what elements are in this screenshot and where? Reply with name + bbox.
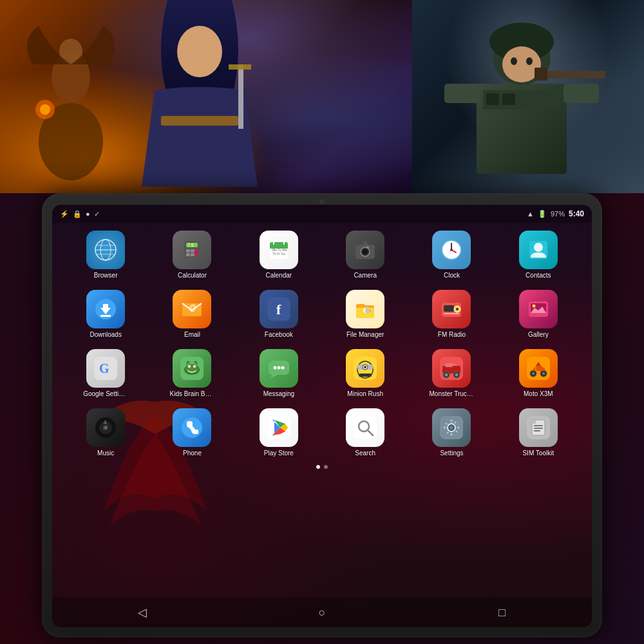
svg-rect-33 — [186, 253, 190, 256]
tablet-camera — [319, 199, 325, 204]
app-item-calendar[interactable]: Mo Tu WeTh Fr SaCalendar — [238, 228, 319, 282]
battery-icon: 🔋 — [538, 210, 547, 218]
app-item-simtoolkit[interactable]: SIM Toolkit — [498, 406, 579, 460]
battery-percent: 97% — [551, 210, 565, 218]
tablet-device: ⚡ 🔒 ● ✓ ▲ 🔋 97% 5:40 Browser7 8Calculato… — [42, 193, 602, 638]
app-label-contacts: Contacts — [526, 272, 551, 279]
svg-rect-34 — [191, 253, 194, 256]
app-item-calculator[interactable]: 7 8Calculator — [151, 228, 232, 282]
usb-icon: ⚡ — [60, 210, 69, 218]
svg-point-81 — [277, 366, 280, 370]
svg-point-4 — [40, 104, 50, 115]
svg-rect-7 — [238, 64, 243, 129]
svg-point-14 — [526, 57, 533, 65]
app-item-fmradio[interactable]: FM Radio — [411, 287, 492, 341]
svg-point-67 — [456, 308, 459, 310]
app-item-browser[interactable]: Browser — [65, 228, 146, 282]
app-icon-clock — [432, 231, 471, 269]
app-item-downloads[interactable]: Downloads — [65, 287, 146, 341]
app-icon-contacts — [519, 231, 558, 269]
app-item-clock[interactable]: Clock — [411, 228, 492, 282]
svg-rect-15 — [541, 71, 605, 79]
app-label-playstore: Play Store — [264, 450, 294, 457]
app-label-phone: Phone — [183, 450, 202, 457]
svg-rect-125 — [534, 430, 540, 431]
svg-text:7 8: 7 8 — [187, 243, 194, 247]
app-item-monstertrucks[interactable]: Monster Trucks Kids.. — [411, 346, 492, 401]
top-images-section — [0, 0, 644, 193]
app-icon-kidsbrainbuddy — [173, 349, 211, 388]
svg-point-99 — [532, 372, 535, 375]
recent-button[interactable]: □ — [492, 603, 511, 622]
app-item-gallery[interactable]: Gallery — [498, 287, 579, 341]
app-icon-googlesettings: G — [86, 349, 125, 388]
app-icon-gallery — [519, 290, 558, 328]
tablet-outer-frame: ⚡ 🔒 ● ✓ ▲ 🔋 97% 5:40 Browser7 8Calculato… — [42, 193, 602, 638]
svg-rect-124 — [534, 428, 543, 429]
back-button[interactable]: ◁ — [133, 603, 152, 622]
app-item-music[interactable]: ♫Music — [65, 406, 146, 460]
app-icon-calculator: 7 8 — [173, 231, 211, 269]
status-bar: ⚡ 🔒 ● ✓ ▲ 🔋 97% 5:40 — [52, 205, 592, 223]
svg-rect-95 — [445, 363, 453, 367]
app-icon-browser — [86, 231, 125, 269]
svg-point-71 — [532, 305, 535, 308]
app-label-kidsbrainbuddy: Kids Brain Buddy — [169, 390, 214, 398]
tablet-screen: ⚡ 🔒 ● ✓ ▲ 🔋 97% 5:40 Browser7 8Calculato… — [52, 205, 592, 627]
app-label-minionrush: Minion Rush — [347, 390, 383, 398]
status-icons-left: ⚡ 🔒 ● ✓ — [60, 210, 100, 218]
home-button[interactable]: ○ — [312, 603, 332, 622]
svg-point-78 — [193, 365, 196, 368]
app-item-email[interactable]: @Email — [151, 287, 232, 341]
svg-rect-68 — [444, 313, 459, 314]
svg-point-80 — [273, 366, 276, 370]
app-icon-monstertrucks — [432, 349, 471, 388]
svg-point-94 — [455, 374, 459, 377]
notification-icon: ✓ — [94, 210, 100, 218]
app-item-motox3m[interactable]: Moto X3M — [498, 346, 579, 401]
app-item-minionrush[interactable]: Minion Rush — [325, 346, 406, 401]
wifi-icon: ▲ — [527, 210, 534, 218]
app-item-messaging[interactable]: Messaging — [238, 346, 319, 401]
svg-point-46 — [363, 250, 367, 254]
app-label-facebook: Facebook — [265, 331, 293, 339]
app-label-clock: Clock — [444, 272, 460, 279]
svg-text:♫: ♫ — [103, 419, 107, 425]
svg-point-101 — [542, 372, 545, 375]
svg-text:f: f — [276, 301, 281, 317]
navigation-bar: ◁ ○ □ — [52, 598, 592, 627]
page-dot-2 — [324, 465, 328, 469]
svg-text:G: G — [99, 361, 109, 375]
app-icon-filemanager — [346, 290, 384, 328]
app-item-facebook[interactable]: fFacebook — [238, 287, 319, 341]
app-label-camera: Camera — [354, 272, 377, 279]
app-grid: Browser7 8CalculatorMo Tu WeTh Fr SaCale… — [52, 223, 592, 462]
app-item-googlesettings[interactable]: GGoogle Settings — [65, 346, 146, 401]
app-label-calendar: Calendar — [266, 272, 292, 279]
svg-point-54 — [534, 243, 543, 252]
svg-rect-123 — [534, 425, 543, 426]
page-dot-1 — [316, 465, 320, 469]
app-item-contacts[interactable]: Contacts — [498, 228, 579, 282]
app-label-monstertrucks: Monster Trucks Kids.. — [429, 390, 474, 398]
app-item-playstore[interactable]: Play Store — [238, 406, 319, 460]
app-item-camera[interactable]: Camera — [325, 228, 406, 282]
app-icon-phone — [173, 408, 211, 447]
app-item-filemanager[interactable]: File Manager — [325, 287, 406, 341]
app-label-browser: Browser — [94, 272, 118, 279]
svg-point-87 — [364, 366, 366, 368]
svg-text:@: @ — [189, 303, 196, 312]
game-image-fantasy — [0, 0, 412, 193]
app-icon-fmradio — [432, 290, 471, 328]
app-item-search[interactable]: Search — [325, 406, 406, 460]
app-icon-simtoolkit — [519, 408, 558, 447]
app-label-music: Music — [97, 450, 114, 457]
svg-rect-31 — [191, 249, 194, 252]
app-item-kidsbrainbuddy[interactable]: Kids Brain Buddy — [151, 346, 232, 401]
app-icon-music: ♫ — [86, 408, 125, 447]
app-item-settings[interactable]: Settings — [411, 406, 492, 460]
app-item-phone[interactable]: Phone — [151, 406, 232, 460]
app-icon-search — [346, 408, 384, 447]
svg-rect-65 — [444, 305, 454, 312]
svg-point-76 — [185, 364, 198, 373]
